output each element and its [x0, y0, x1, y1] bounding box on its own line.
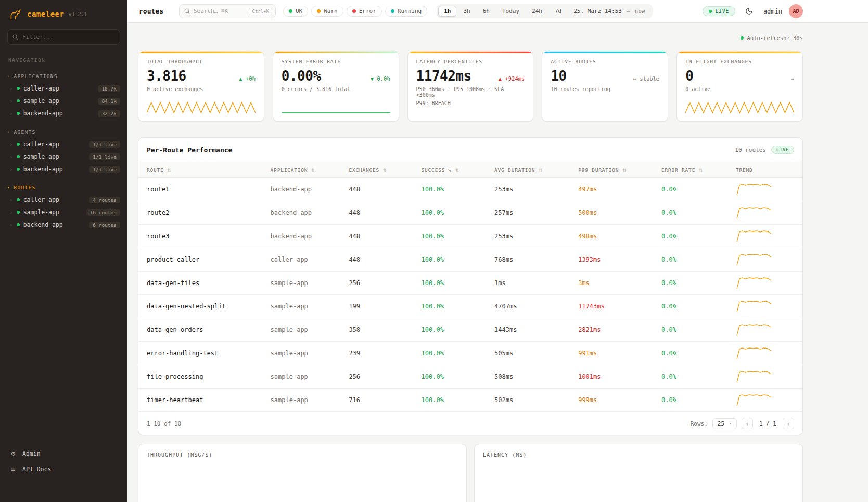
trend-cell — [731, 178, 802, 201]
filter-pill-error[interactable]: Error — [347, 6, 382, 17]
trend-sparkline — [736, 392, 773, 407]
sidebar-item-agents-caller-app[interactable]: ›caller-app1/1 live — [0, 138, 127, 150]
status-dot-icon — [17, 99, 20, 102]
app-logo[interactable]: cameleer v3.2.1 — [0, 0, 127, 25]
column-header-error-rate[interactable]: ERROR RATE ⇅ — [656, 162, 731, 178]
chevron-right-icon: › — [9, 166, 13, 172]
column-header-route[interactable]: ROUTE ⇅ — [138, 162, 265, 178]
range-button-6h[interactable]: 6h — [477, 6, 495, 17]
route-name-cell: data-gen-orders — [138, 318, 265, 342]
chevron-down-icon: ▾ — [7, 74, 10, 79]
column-header-trend[interactable]: TREND — [731, 162, 802, 178]
range-button-3h[interactable]: 3h — [457, 6, 476, 17]
sidebar-item-applications-caller-app[interactable]: ›caller-app10.7k — [0, 82, 127, 95]
table-row[interactable]: route2 backend-app 448 100.0% 257ms 500m… — [138, 201, 802, 225]
error-rate-cell: 0.0% — [656, 389, 731, 412]
pagination-range: 1–10 of 10 — [147, 420, 181, 427]
sidebar-item-badge: 32.2k — [98, 110, 120, 117]
avg-duration-cell: 253ms — [489, 225, 573, 248]
kpi-sparkline — [147, 99, 256, 116]
sort-icon: ⇅ — [311, 168, 315, 173]
application-cell: backend-app — [265, 201, 344, 225]
range-button-7d[interactable]: 7d — [549, 6, 567, 17]
column-header-exchanges[interactable]: EXCHANGES ⇅ — [343, 162, 416, 178]
application-cell: backend-app — [265, 225, 344, 248]
success-cell: 100.0% — [416, 248, 489, 272]
sidebar-item-routes-sample-app[interactable]: ›sample-app16 routes — [0, 206, 127, 218]
table-row[interactable]: route3 backend-app 448 100.0% 253ms 498m… — [138, 225, 802, 248]
filter-pill-ok[interactable]: OK — [283, 6, 308, 17]
sidebar-filter-input[interactable] — [7, 29, 120, 45]
sidebar-item-applications-backend-app[interactable]: ›backend-app32.2k — [0, 107, 127, 120]
sidebar-item-admin[interactable]: ⚙ Admin — [9, 449, 118, 457]
range-button-1h[interactable]: 1h — [438, 6, 456, 17]
theme-toggle[interactable] — [742, 4, 757, 19]
filter-pill-running[interactable]: Running — [385, 6, 427, 17]
route-name-cell: route2 — [138, 201, 265, 225]
next-page-button[interactable]: › — [783, 418, 794, 429]
section-header-agents[interactable]: ▾AGENTS — [0, 127, 127, 138]
section-label: AGENTS — [14, 129, 36, 135]
table-row[interactable]: timer-heartbeat sample-app 716 100.0% 50… — [138, 389, 802, 412]
date-range-display[interactable]: 25. März 14:53 — now — [567, 8, 651, 15]
trend-sparkline — [736, 322, 773, 337]
success-cell: 100.0% — [416, 389, 489, 412]
footer-item-label: API Docs — [22, 466, 51, 473]
chevron-right-icon: › — [9, 222, 13, 228]
sidebar-item-routes-caller-app[interactable]: ›caller-app4 routes — [0, 194, 127, 206]
user-name: admin — [763, 8, 782, 15]
status-dot-icon — [317, 9, 321, 13]
column-header-avg-duration[interactable]: AVG DURATION ⇅ — [489, 162, 573, 178]
search-input[interactable] — [194, 8, 246, 15]
sidebar-item-agents-backend-app[interactable]: ›backend-app1/1 live — [0, 163, 127, 175]
column-header-p99-duration[interactable]: P99 DURATION ⇅ — [573, 162, 656, 178]
status-dot-icon — [17, 223, 20, 226]
range-button-24h[interactable]: 24h — [526, 6, 548, 17]
table-row[interactable]: data-gen-nested-split sample-app 199 100… — [138, 295, 802, 318]
sidebar-item-label: sample-app — [23, 153, 86, 160]
rows-per-page-select[interactable]: 25 ▾ — [712, 418, 737, 429]
route-table-body: route1 backend-app 448 100.0% 253ms 497m… — [138, 178, 802, 412]
table-row[interactable]: error-handling-test sample-app 239 100.0… — [138, 342, 802, 365]
moon-icon — [745, 7, 753, 15]
kpi-value: 3.816 — [147, 68, 186, 84]
sidebar-item-label: backend-app — [23, 221, 86, 228]
trend-cell — [731, 201, 802, 225]
sidebar-item-agents-sample-app[interactable]: ›sample-app1/1 live — [0, 150, 127, 163]
kpi-title: LATENCY PERCENTILES — [416, 59, 525, 65]
trend-sparkline — [736, 252, 773, 266]
table-row[interactable]: product-caller caller-app 448 100.0% 768… — [138, 248, 802, 272]
application-cell: backend-app — [265, 178, 344, 201]
route-performance-panel: Per-Route Performance 10 routes LIVE ROU… — [138, 137, 803, 435]
section-header-applications[interactable]: ▾APPLICATIONS — [0, 71, 127, 82]
chevron-right-icon: › — [9, 86, 13, 92]
prev-page-button[interactable]: ‹ — [742, 418, 753, 429]
status-dot-icon — [17, 87, 20, 90]
trend-cell — [731, 248, 802, 272]
table-row[interactable]: data-gen-orders sample-app 358 100.0% 14… — [138, 318, 802, 342]
status-dot-icon — [17, 198, 20, 201]
application-cell: sample-app — [265, 365, 344, 389]
content-column: routes Ctrl+K OKWarnErrorRunning 1h3h6hT… — [127, 0, 868, 502]
chevron-down-icon: ▾ — [729, 421, 732, 426]
sidebar-item-routes-backend-app[interactable]: ›backend-app6 routes — [0, 218, 127, 231]
column-header-success[interactable]: SUCCESS % ⇅ — [416, 162, 489, 178]
auto-refresh-indicator: Auto-refresh: 30s — [138, 33, 803, 43]
range-button-today[interactable]: Today — [496, 6, 525, 17]
table-row[interactable]: file-processing sample-app 256 100.0% 50… — [138, 365, 802, 389]
avg-duration-cell: 253ms — [489, 178, 573, 201]
sort-icon: ⇅ — [622, 168, 627, 173]
search-box[interactable]: Ctrl+K — [179, 4, 276, 18]
sidebar-item-badge: 1/1 live — [89, 153, 120, 160]
p99-duration-cell: 3ms — [573, 272, 656, 295]
table-row[interactable]: route1 backend-app 448 100.0% 253ms 497m… — [138, 178, 802, 201]
table-row[interactable]: data-gen-files sample-app 256 100.0% 1ms… — [138, 272, 802, 295]
sidebar-item-applications-sample-app[interactable]: ›sample-app84.1k — [0, 95, 127, 107]
avatar[interactable]: AD — [789, 4, 803, 18]
filter-pill-warn[interactable]: Warn — [311, 6, 343, 17]
sidebar-item-api-docs[interactable]: ≡ API Docs — [9, 465, 118, 473]
column-header-application[interactable]: APPLICATION ⇅ — [265, 162, 344, 178]
live-toggle[interactable]: LIVE — [703, 6, 735, 16]
section-header-routes[interactable]: ▾ROUTES — [0, 183, 127, 194]
p99-duration-cell: 2821ms — [573, 318, 656, 342]
